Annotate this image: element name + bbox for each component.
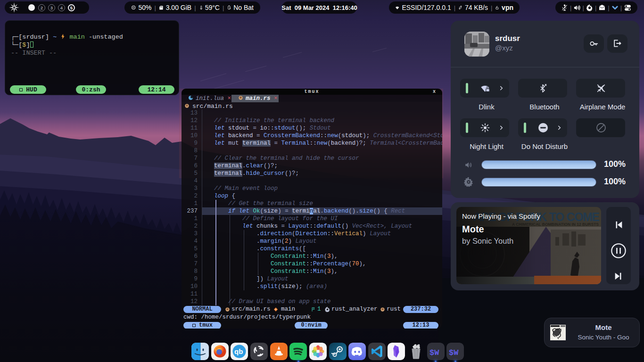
svg-text:qb: qb	[234, 347, 243, 355]
svg-text:$W: $W	[449, 348, 459, 357]
svg-text:$W: $W	[429, 348, 439, 357]
